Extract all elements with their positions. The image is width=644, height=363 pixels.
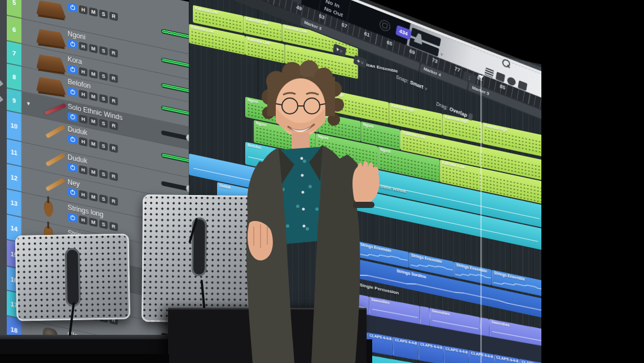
track-M-button[interactable]: M xyxy=(89,117,98,126)
track-number[interactable]: 5 xyxy=(7,0,21,18)
track-power-button[interactable] xyxy=(68,87,77,98)
track-H-button[interactable]: H xyxy=(79,90,87,99)
bar-number: 49 xyxy=(296,5,303,12)
track-M-button[interactable]: M xyxy=(89,218,98,227)
chevron-down-icon[interactable]: v xyxy=(440,51,444,57)
stage-photo: { "app": {"name": "Logic Pro"}, "lcd": {… xyxy=(0,0,644,363)
track-H-button[interactable]: H xyxy=(79,114,87,124)
track-S-button[interactable]: S xyxy=(99,119,108,129)
track-R-button[interactable]: R xyxy=(109,222,118,231)
balafon-icon xyxy=(36,0,66,19)
flute-red-icon xyxy=(45,104,67,115)
watch-band xyxy=(353,202,374,208)
track-R-button[interactable]: R xyxy=(109,96,118,105)
track-number[interactable]: 7 xyxy=(7,41,21,67)
region[interactable]: CLAPS 4-4-8 xyxy=(392,337,418,360)
track-M-button[interactable]: M xyxy=(89,167,98,177)
track-R-button[interactable]: R xyxy=(109,171,118,181)
snap-menu[interactable]: Snap:Smartv xyxy=(395,72,428,93)
bar-number: 77 xyxy=(454,66,461,73)
stepper-icon[interactable] xyxy=(468,113,473,121)
track-M-button[interactable]: M xyxy=(89,44,98,54)
track-R-button[interactable]: R xyxy=(109,11,118,21)
flute-icon xyxy=(45,125,65,138)
track-number[interactable]: 13 xyxy=(7,189,21,218)
track-H-button[interactable]: H xyxy=(79,67,87,77)
track-power-button[interactable] xyxy=(68,112,77,122)
panel-icon[interactable] xyxy=(0,79,3,87)
track-S-button[interactable]: S xyxy=(99,141,108,151)
track-R-button[interactable]: R xyxy=(109,196,118,206)
track-power-button[interactable] xyxy=(68,65,77,75)
presenter xyxy=(220,54,389,363)
track-number[interactable]: 10 xyxy=(7,111,21,142)
display-stand-slot xyxy=(65,248,81,307)
track-number[interactable]: 9 xyxy=(7,88,21,114)
presenter-neck xyxy=(292,133,310,149)
track-R-button[interactable]: R xyxy=(109,121,118,130)
bar-number: 73 xyxy=(431,57,438,64)
balafon-icon xyxy=(36,77,66,95)
playhead[interactable] xyxy=(480,75,482,363)
track-power-button[interactable] xyxy=(68,213,77,223)
track-M-button[interactable]: M xyxy=(89,7,98,17)
bar-number: 85 xyxy=(499,83,506,91)
stage-darkness xyxy=(541,0,644,363)
track-number[interactable]: 8 xyxy=(7,64,21,91)
bar-number: 61 xyxy=(364,30,370,38)
track-S-button[interactable]: S xyxy=(99,220,108,229)
drag-menu[interactable]: Drag:Overlap xyxy=(435,99,473,122)
search-icon[interactable] xyxy=(501,58,510,69)
bar-number: 57 xyxy=(341,22,348,29)
track-M-button[interactable]: M xyxy=(89,192,98,202)
track-power-button[interactable] xyxy=(68,163,77,173)
panel-icon[interactable] xyxy=(0,95,3,103)
track-H-button[interactable]: H xyxy=(79,42,87,51)
track-S-button[interactable]: S xyxy=(99,10,108,19)
track-S-button[interactable]: S xyxy=(99,170,108,179)
track-S-button[interactable]: S xyxy=(99,72,108,81)
track-number[interactable]: 11 xyxy=(7,139,21,167)
track-number[interactable]: 12 xyxy=(7,164,21,192)
track-M-button[interactable]: M xyxy=(89,139,98,149)
track-S-button[interactable]: S xyxy=(99,46,108,56)
track-R-button[interactable]: R xyxy=(109,48,118,57)
flute-icon xyxy=(45,178,65,191)
track-S-button[interactable]: S xyxy=(99,94,108,104)
bar-number: 69 xyxy=(409,48,416,55)
bar-number: 65 xyxy=(386,39,393,47)
region[interactable]: CLAPS 4-4-8 xyxy=(418,341,444,363)
pro-display-back-left xyxy=(15,233,131,321)
bar-number: 53 xyxy=(319,13,325,20)
track-M-button[interactable]: M xyxy=(89,69,98,79)
balafon-icon xyxy=(36,54,66,73)
track-H-button[interactable]: H xyxy=(79,190,87,200)
track-R-button[interactable]: R xyxy=(109,73,118,83)
track-R-button[interactable]: R xyxy=(109,143,118,153)
violin-icon xyxy=(44,200,53,218)
window-left-edge xyxy=(0,0,7,363)
stage-floor xyxy=(0,354,169,363)
flute-icon xyxy=(45,153,65,166)
track-H-button[interactable]: H xyxy=(79,137,87,147)
track-H-button[interactable]: H xyxy=(79,165,87,175)
track-power-button[interactable] xyxy=(68,135,77,145)
track-M-button[interactable]: M xyxy=(89,92,98,101)
balafon-icon xyxy=(36,29,66,47)
track-S-button[interactable]: S xyxy=(99,194,108,204)
track-H-button[interactable]: H xyxy=(79,5,87,15)
track-power-button[interactable] xyxy=(68,39,77,50)
track-number[interactable]: 6 xyxy=(7,16,21,44)
track-H-button[interactable]: H xyxy=(79,215,87,225)
disclosure-triangle-icon[interactable]: ▼ xyxy=(26,100,31,107)
track-power-button[interactable] xyxy=(68,188,77,198)
track-power-button[interactable] xyxy=(68,3,77,13)
